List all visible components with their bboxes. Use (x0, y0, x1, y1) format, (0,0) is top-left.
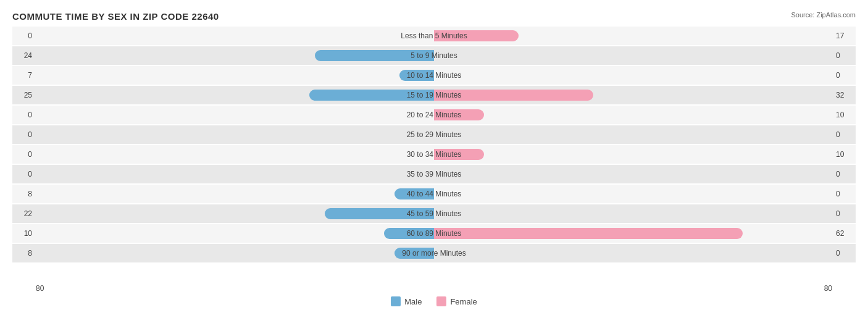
female-bar (434, 228, 743, 239)
female-value: 0 (832, 51, 856, 60)
female-value: 0 (832, 190, 856, 198)
bars-wrapper (36, 167, 832, 181)
bar-section: 10 to 14 Minutes (36, 66, 832, 85)
female-bar (434, 30, 519, 41)
male-half (36, 246, 434, 260)
female-value: 32 (832, 91, 856, 99)
female-bar (434, 149, 484, 160)
legend-male-box (391, 296, 401, 306)
chart-row: 710 to 14 Minutes0 (12, 66, 856, 85)
female-value: 0 (832, 249, 856, 258)
bar-section: 40 to 44 Minutes (36, 185, 832, 203)
male-bar (394, 188, 435, 199)
chart-row: 890 or more Minutes0 (12, 244, 856, 262)
bars-wrapper (36, 29, 832, 43)
chart-container: COMMUTE TIME BY SEX IN ZIP CODE 22640 So… (0, 0, 868, 323)
male-value: 7 (12, 71, 36, 80)
female-value: 17 (832, 31, 856, 40)
chart-row: 2245 to 59 Minutes0 (12, 204, 856, 223)
male-value: 10 (12, 229, 36, 238)
male-value: 0 (12, 150, 36, 159)
bars-wrapper (36, 148, 832, 161)
female-value: 0 (832, 71, 856, 80)
male-half (36, 128, 434, 141)
male-value: 0 (12, 130, 36, 139)
bars-wrapper (36, 227, 832, 240)
female-half (434, 207, 832, 220)
chart-row: 2515 to 19 Minutes32 (12, 86, 856, 104)
male-bar (399, 70, 434, 81)
male-bar (309, 90, 434, 101)
female-half (434, 108, 832, 122)
female-bar (434, 109, 484, 120)
female-half (434, 128, 832, 141)
bar-section: 25 to 29 Minutes (36, 125, 832, 144)
bars-wrapper (36, 69, 832, 82)
female-half (434, 49, 832, 62)
male-bar (315, 50, 435, 61)
bar-section: 45 to 59 Minutes (36, 204, 832, 223)
axis-left: 80 (36, 284, 44, 293)
chart-row: 025 to 29 Minutes0 (12, 125, 856, 144)
male-value: 24 (12, 51, 36, 60)
male-half (36, 227, 434, 240)
legend: Male Female (12, 296, 856, 306)
bars-wrapper (36, 88, 832, 102)
female-half (434, 227, 832, 240)
male-half (36, 49, 434, 62)
chart-row: 245 to 9 Minutes0 (12, 46, 856, 65)
female-half (434, 187, 832, 201)
chart-title: COMMUTE TIME BY SEX IN ZIP CODE 22640 (12, 11, 856, 22)
female-half (434, 148, 832, 161)
bars-wrapper (36, 49, 832, 62)
legend-female-box (436, 296, 446, 306)
female-value: 10 (832, 150, 856, 159)
male-value: 0 (12, 31, 36, 40)
female-bar (434, 90, 593, 101)
source-label: Source: ZipAtlas.com (791, 11, 856, 19)
bars-wrapper (36, 187, 832, 201)
female-half (434, 88, 832, 102)
male-half (36, 88, 434, 102)
female-value: 0 (832, 209, 856, 218)
male-bar (394, 248, 435, 259)
male-value: 8 (12, 190, 36, 198)
female-value: 62 (832, 229, 856, 238)
male-half (36, 108, 434, 122)
bar-section: 15 to 19 Minutes (36, 86, 832, 104)
female-half (434, 167, 832, 181)
male-half (36, 69, 434, 82)
bars-wrapper (36, 207, 832, 220)
bars-wrapper (36, 128, 832, 141)
bars-wrapper (36, 108, 832, 122)
chart-area: 0Less than 5 Minutes17245 to 9 Minutes07… (12, 27, 856, 283)
legend-male-label: Male (404, 297, 422, 306)
chart-row: 840 to 44 Minutes0 (12, 185, 856, 203)
male-half (36, 148, 434, 161)
axis-right: 80 (824, 284, 832, 293)
male-value: 8 (12, 249, 36, 258)
male-half (36, 207, 434, 220)
chart-row: 020 to 24 Minutes10 (12, 106, 856, 124)
female-half (434, 29, 832, 43)
bar-section: 60 to 89 Minutes (36, 224, 832, 243)
male-half (36, 29, 434, 43)
female-value: 0 (832, 170, 856, 178)
axis-labels: 80 80 (12, 284, 856, 293)
legend-female: Female (436, 296, 477, 306)
male-bar (384, 228, 434, 239)
bar-section: 20 to 24 Minutes (36, 106, 832, 124)
male-value: 0 (12, 170, 36, 178)
male-value: 25 (12, 91, 36, 99)
bar-section: 90 or more Minutes (36, 244, 832, 262)
bar-section: 5 to 9 Minutes (36, 46, 832, 65)
chart-row: 1060 to 89 Minutes62 (12, 224, 856, 243)
chart-row: 0Less than 5 Minutes17 (12, 27, 856, 45)
female-value: 0 (832, 130, 856, 139)
legend-female-label: Female (450, 297, 477, 306)
male-half (36, 187, 434, 201)
chart-row: 030 to 34 Minutes10 (12, 145, 856, 164)
bars-wrapper (36, 246, 832, 260)
male-bar (325, 208, 434, 219)
female-half (434, 69, 832, 82)
